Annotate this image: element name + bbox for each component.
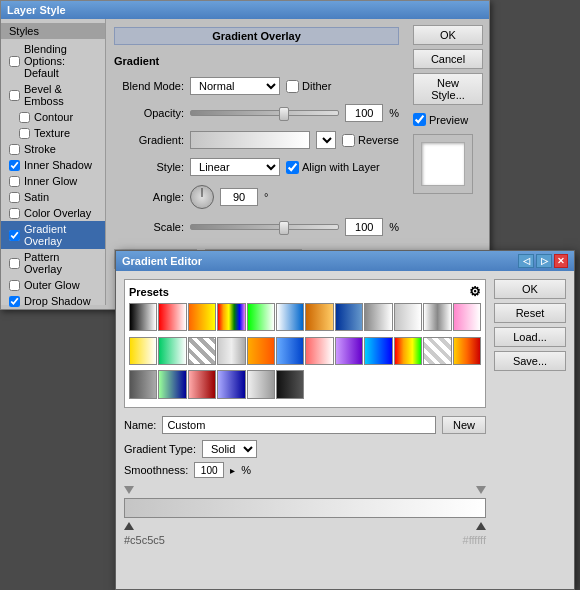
reverse-checkbox[interactable] — [342, 134, 355, 147]
preset-item-11[interactable] — [423, 303, 451, 331]
preset-item-7[interactable] — [305, 303, 333, 331]
ok-button[interactable]: OK — [413, 25, 483, 45]
preset-item-1[interactable] — [129, 303, 157, 331]
gradient-overlay-checkbox[interactable] — [9, 230, 20, 241]
preset-item-26[interactable] — [158, 370, 186, 398]
inner-shadow-checkbox[interactable] — [9, 160, 20, 171]
preset-item-13[interactable] — [129, 337, 157, 365]
texture-checkbox[interactable] — [19, 128, 30, 139]
preset-item-25[interactable] — [129, 370, 157, 398]
gradient-dropdown[interactable]: ▼ — [316, 131, 336, 149]
angle-dial[interactable] — [190, 185, 214, 209]
preset-item-6[interactable] — [276, 303, 304, 331]
cancel-button[interactable]: Cancel — [413, 49, 483, 69]
blend-mode-select[interactable]: Normal — [190, 77, 280, 95]
sidebar-item-stroke[interactable]: Stroke — [1, 141, 105, 157]
sidebar-item-satin[interactable]: Satin — [1, 189, 105, 205]
new-gradient-button[interactable]: New — [442, 416, 486, 434]
preset-item-21[interactable] — [364, 337, 392, 365]
smoothness-input[interactable] — [194, 462, 224, 478]
sidebar-item-color-overlay[interactable]: Color Overlay — [1, 205, 105, 221]
preset-item-18[interactable] — [276, 337, 304, 365]
gradient-bar[interactable] — [124, 498, 486, 518]
preview-checkbox-label[interactable]: Preview — [413, 113, 483, 126]
ge-reset-button[interactable]: Reset — [494, 303, 566, 323]
preset-item-14[interactable] — [158, 337, 186, 365]
sidebar-item-bevel-emboss[interactable]: Bevel & Emboss — [1, 81, 105, 109]
ge-load-button[interactable]: Load... — [494, 327, 566, 347]
opacity-input[interactable] — [345, 104, 383, 122]
color-stop-right[interactable] — [476, 520, 486, 530]
preset-item-28[interactable] — [217, 370, 245, 398]
preset-item-9[interactable] — [364, 303, 392, 331]
preset-item-17[interactable] — [247, 337, 275, 365]
sidebar-item-outer-glow[interactable]: Outer Glow — [1, 277, 105, 293]
blending-options-checkbox[interactable] — [9, 56, 20, 67]
preset-item-30[interactable] — [276, 370, 304, 398]
smoothness-arrow[interactable]: ▸ — [230, 465, 235, 476]
preset-item-12[interactable] — [453, 303, 481, 331]
preset-item-3[interactable] — [188, 303, 216, 331]
satin-checkbox[interactable] — [9, 192, 20, 203]
sidebar-item-texture[interactable]: Texture — [1, 125, 105, 141]
dither-checkbox-label[interactable]: Dither — [286, 80, 331, 93]
contour-checkbox[interactable] — [19, 112, 30, 123]
color-stops-row: #c5c5c5 #ffffff — [124, 534, 486, 546]
preset-item-5[interactable] — [247, 303, 275, 331]
title-scroll-right[interactable]: ▷ — [536, 254, 552, 268]
sidebar-item-inner-glow[interactable]: Inner Glow — [1, 173, 105, 189]
title-scroll-left[interactable]: ◁ — [518, 254, 534, 268]
sidebar-item-drop-shadow[interactable]: Drop Shadow — [1, 293, 105, 309]
color-overlay-checkbox[interactable] — [9, 208, 20, 219]
preset-item-2[interactable] — [158, 303, 186, 331]
sidebar-item-contour[interactable]: Contour — [1, 109, 105, 125]
drop-shadow-checkbox[interactable] — [9, 296, 20, 307]
pattern-overlay-checkbox[interactable] — [9, 258, 20, 269]
dither-checkbox[interactable] — [286, 80, 299, 93]
scale-input[interactable] — [345, 218, 383, 236]
opacity-slider-track[interactable] — [190, 110, 339, 116]
reverse-checkbox-label[interactable]: Reverse — [342, 134, 399, 147]
sidebar-item-inner-shadow[interactable]: Inner Shadow — [1, 157, 105, 173]
align-with-layer-label[interactable]: Align with Layer — [286, 161, 380, 174]
preset-item-29[interactable] — [247, 370, 275, 398]
opacity-slider-thumb[interactable] — [279, 107, 289, 121]
preset-item-22[interactable] — [394, 337, 422, 365]
angle-input[interactable] — [220, 188, 258, 206]
ge-save-button[interactable]: Save... — [494, 351, 566, 371]
sidebar-item-gradient-overlay[interactable]: Gradient Overlay — [1, 221, 105, 249]
presets-settings-icon[interactable]: ⚙ — [469, 284, 481, 299]
gradient-type-select[interactable]: Solid — [202, 440, 257, 458]
preset-item-15[interactable] — [188, 337, 216, 365]
color-stop-left[interactable] — [124, 520, 134, 530]
preset-item-10[interactable] — [394, 303, 422, 331]
inner-glow-checkbox[interactable] — [9, 176, 20, 187]
preset-item-16[interactable] — [217, 337, 245, 365]
stroke-checkbox[interactable] — [9, 144, 20, 155]
preset-item-23[interactable] — [423, 337, 451, 365]
subsection-gradient: Gradient — [114, 55, 399, 67]
preset-item-20[interactable] — [335, 337, 363, 365]
outer-glow-checkbox[interactable] — [9, 280, 20, 291]
opacity-stop-left[interactable] — [124, 486, 134, 496]
bevel-emboss-checkbox[interactable] — [9, 90, 20, 101]
preset-item-27[interactable] — [188, 370, 216, 398]
preset-item-8[interactable] — [335, 303, 363, 331]
new-style-button[interactable]: New Style... — [413, 73, 483, 105]
scale-slider-thumb[interactable] — [279, 221, 289, 235]
preset-item-24[interactable] — [453, 337, 481, 365]
sidebar-item-pattern-overlay[interactable]: Pattern Overlay — [1, 249, 105, 277]
layer-style-title-bar: Layer Style — [1, 1, 489, 19]
preset-item-4[interactable] — [217, 303, 245, 331]
ge-ok-button[interactable]: OK — [494, 279, 566, 299]
preview-checkbox[interactable] — [413, 113, 426, 126]
close-button[interactable]: ✕ — [554, 254, 568, 268]
gradient-preview[interactable] — [190, 131, 310, 149]
sidebar-item-blending-options[interactable]: Blending Options: Default — [1, 41, 105, 81]
align-with-layer-checkbox[interactable] — [286, 161, 299, 174]
scale-slider-track[interactable] — [190, 224, 339, 230]
opacity-stop-right[interactable] — [476, 486, 486, 496]
preset-item-19[interactable] — [305, 337, 333, 365]
style-select[interactable]: Linear — [190, 158, 280, 176]
gradient-name-input[interactable] — [162, 416, 436, 434]
